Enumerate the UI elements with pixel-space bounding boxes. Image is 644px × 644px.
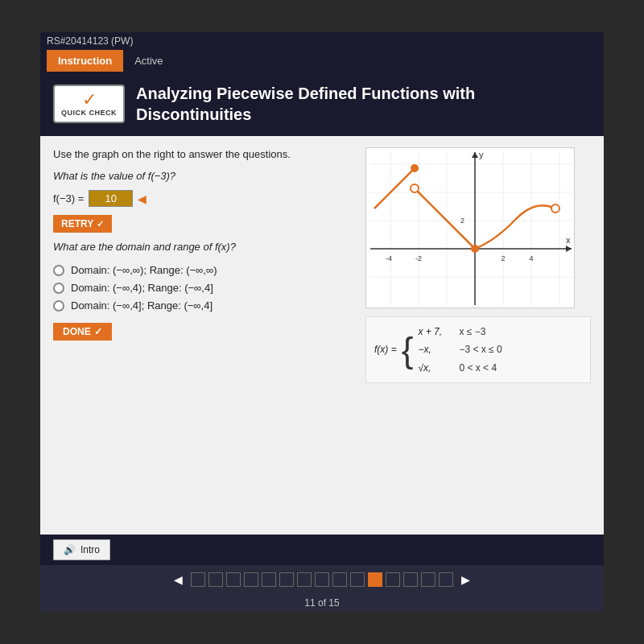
retry-button[interactable]: RETRY ✓ <box>53 215 112 233</box>
filled-dot-n3-4 <box>411 164 419 172</box>
nav-sq-7[interactable] <box>297 572 312 587</box>
retry-check-icon: ✓ <box>97 219 104 229</box>
tick-x-n4: -4 <box>386 254 392 262</box>
graph-svg: x y -4 -2 2 4 2 <box>366 148 575 308</box>
check-icon: ✓ <box>82 91 97 109</box>
answer-row: f(−3) = ◀ <box>53 190 353 207</box>
tick-y-2: 2 <box>460 217 464 225</box>
option-1-text: Domain: (−∞,∞); Range: (−∞,∞) <box>71 264 217 276</box>
intro-label: Intro <box>80 544 100 555</box>
right-panel: x y -4 -2 2 4 2 <box>365 147 591 523</box>
open-dot-n3-3 <box>411 184 419 192</box>
nav-sq-11[interactable] <box>368 572 382 587</box>
radio-circle-2[interactable] <box>53 283 64 294</box>
formula-3: √x, <box>418 360 454 376</box>
tick-x-n2: -2 <box>415 254 422 262</box>
radio-circle-1[interactable] <box>53 265 64 276</box>
nav-sq-1[interactable] <box>191 572 205 587</box>
piecewise-row-1: x + 7, x ≤ −3 <box>418 324 502 340</box>
x-label: x <box>566 235 571 245</box>
nav-squares <box>191 572 453 587</box>
done-button[interactable]: DONE ✓ <box>53 323 112 341</box>
radio-options: Domain: (−∞,∞); Range: (−∞,∞) Domain: (−… <box>53 264 353 312</box>
radio-option-1[interactable]: Domain: (−∞,∞); Range: (−∞,∞) <box>53 264 353 276</box>
nav-bar: ◀ ▶ <box>40 565 604 594</box>
done-check-icon: ✓ <box>94 326 102 337</box>
formula-2: −x, <box>418 341 454 357</box>
brace-symbol: { <box>402 332 414 368</box>
q2-label: What are the domain and range of f(x)? <box>53 241 353 253</box>
nav-sq-13[interactable] <box>403 572 418 587</box>
option-3-text: Domain: (−∞,4]; Range: (−∞,4] <box>71 299 213 312</box>
quick-check-badge: ✓ QUICK CHECK <box>53 85 125 123</box>
piecewise-row-3: √x, 0 < x < 4 <box>418 360 502 376</box>
nav-sq-8[interactable] <box>315 572 329 587</box>
left-panel: Use the graph on the right to answer the… <box>53 147 353 523</box>
intro-icon: 🔊 <box>64 544 76 555</box>
function-def: f(x) = { x + 7, x ≤ −3 −x, −3 < x ≤ 0 <box>365 316 591 383</box>
q1-label: What is the value of f(−3)? <box>53 170 353 182</box>
graph-segment1 <box>374 168 415 208</box>
intro-button[interactable]: 🔊 Intro <box>53 539 110 560</box>
nav-sq-12[interactable] <box>386 572 400 587</box>
content-area: ✓ QUICK CHECK Analyzing Piecewise Define… <box>40 72 604 565</box>
nav-next-arrow[interactable]: ▶ <box>456 572 475 588</box>
tab-active-label: Active <box>123 50 174 72</box>
header-banner: ✓ QUICK CHECK Analyzing Piecewise Define… <box>40 72 604 136</box>
radio-option-2[interactable]: Domain: (−∞,4); Range: (−∞,4] <box>53 282 353 294</box>
answer-indicator: ◀ <box>138 192 147 205</box>
radio-option-3[interactable]: Domain: (−∞,4]; Range: (−∞,4] <box>53 299 353 312</box>
graph-prompt: Use the graph on the right to answer the… <box>53 147 353 162</box>
open-dot-4-2 <box>551 204 559 213</box>
nav-sq-5[interactable] <box>262 572 276 587</box>
condition-2: −3 < x ≤ 0 <box>459 341 502 357</box>
nav-sq-15[interactable] <box>439 572 453 587</box>
tick-x-4: 4 <box>529 254 533 262</box>
nav-sq-4[interactable] <box>244 572 258 587</box>
top-bar: RS#20414123 (PW) <box>40 32 604 50</box>
condition-1: x ≤ −3 <box>459 324 485 340</box>
piecewise-row-2: −x, −3 < x ≤ 0 <box>418 341 502 357</box>
main-content: Use the graph on the right to answer the… <box>40 136 604 535</box>
main-screen: RS#20414123 (PW) Instruction Active ✓ QU… <box>40 32 604 612</box>
nav-sq-2[interactable] <box>208 572 223 587</box>
option-2-text: Domain: (−∞,4); Range: (−∞,4] <box>71 282 213 294</box>
graph-segment2 <box>415 188 475 249</box>
course-id: RS#20414123 (PW) <box>47 35 133 47</box>
answer-input[interactable] <box>89 190 133 207</box>
piecewise-rows: x + 7, x ≤ −3 −x, −3 < x ≤ 0 √x, 0 < x <… <box>418 324 502 376</box>
formula-1: x + 7, <box>418 324 454 340</box>
y-label: y <box>479 150 484 159</box>
nav-sq-3[interactable] <box>226 572 241 587</box>
nav-sq-10[interactable] <box>350 572 365 587</box>
answer-prefix: f(−3) = <box>53 192 84 204</box>
quick-check-text: QUICK CHECK <box>61 109 117 117</box>
tick-x-2: 2 <box>501 254 505 262</box>
tab-instruction[interactable]: Instruction <box>47 50 123 72</box>
nav-prev-arrow[interactable]: ◀ <box>169 572 188 588</box>
y-axis-arrow <box>472 152 478 158</box>
graph-segment3 <box>475 205 555 249</box>
page-indicator: 11 of 15 <box>40 594 604 612</box>
nav-sq-9[interactable] <box>332 572 347 587</box>
graph-container: x y -4 -2 2 4 2 <box>365 147 575 308</box>
nav-sq-14[interactable] <box>421 572 436 587</box>
nav-sq-6[interactable] <box>279 572 294 587</box>
tab-bar: Instruction Active <box>40 50 604 72</box>
piecewise-container: f(x) = { x + 7, x ≤ −3 −x, −3 < x ≤ 0 <box>374 324 582 376</box>
condition-3: 0 < x < 4 <box>459 360 497 376</box>
x-axis-arrow <box>566 246 572 252</box>
header-title: Analyzing Piecewise Defined Functions wi… <box>136 83 475 125</box>
radio-circle-3[interactable] <box>53 300 64 312</box>
bottom-bar: 🔊 Intro <box>40 535 604 565</box>
function-label: f(x) = <box>374 341 397 357</box>
